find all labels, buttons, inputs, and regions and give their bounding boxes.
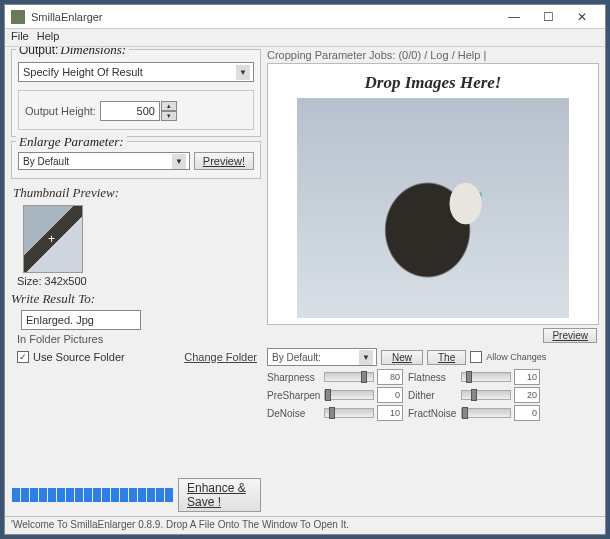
- dither-value[interactable]: 20: [514, 387, 540, 403]
- flatness-value[interactable]: 10: [514, 369, 540, 385]
- allow-changes-checkbox[interactable]: Allow Changes: [470, 351, 546, 363]
- enlarge-preset-select[interactable]: By Default: [18, 152, 190, 170]
- dither-slider[interactable]: [461, 390, 511, 400]
- new-button[interactable]: New: [381, 350, 423, 365]
- presharpen-value[interactable]: 0: [377, 387, 403, 403]
- write-title: Write Result To:: [11, 291, 261, 307]
- bottom-row: Enhance & Save !: [11, 478, 261, 512]
- checkbox-icon: [470, 351, 482, 363]
- menu-bar: FileHelp: [5, 29, 605, 47]
- flatness-label: Flatness: [408, 372, 458, 383]
- params-panel: By Default: New The Allow Changes Sharpn…: [267, 347, 599, 421]
- crosshair-icon: +: [48, 232, 55, 246]
- output-mode-select[interactable]: Specify Height Of Result: [18, 62, 254, 82]
- denoise-label: DeNoise: [267, 408, 321, 419]
- enlarge-group: Enlarge Parameter: By Default Preview!: [11, 141, 261, 179]
- sharpness-slider[interactable]: [324, 372, 374, 382]
- minimize-button[interactable]: —: [497, 6, 531, 28]
- close-button[interactable]: ✕: [565, 6, 599, 28]
- presharpen-label: PreSharpen: [267, 390, 321, 401]
- status-bar: 'Welcome To SmillaEnlarger 0.8.9. Drop A…: [5, 516, 605, 534]
- drop-title: Drop Images Here!: [365, 70, 502, 98]
- enlarge-title: Enlarge Parameter:: [16, 134, 127, 150]
- dither-label: Dither: [408, 390, 458, 401]
- menu-help[interactable]: Help: [37, 30, 60, 42]
- maximize-button[interactable]: ☐: [531, 6, 565, 28]
- thumbnail-size: Size: 342x500: [17, 275, 261, 287]
- preview-button[interactable]: Preview!: [194, 152, 254, 170]
- the-button[interactable]: The: [427, 350, 466, 365]
- output-height-sub: Output Height: 500 ▴▾: [18, 90, 254, 130]
- app-icon: [11, 10, 25, 24]
- denoise-value[interactable]: 10: [377, 405, 403, 421]
- thumbnail-title: Thumbnail Preview:: [13, 185, 261, 201]
- change-folder-link[interactable]: Change Folder: [184, 351, 257, 363]
- preview-image: [297, 98, 569, 318]
- menu-file[interactable]: File: [11, 30, 29, 42]
- output-height-label: Output Height:: [25, 105, 96, 117]
- output-group-title: Output:Dimensions:: [16, 47, 129, 58]
- right-preview-button[interactable]: Preview: [543, 328, 597, 343]
- sharpness-value[interactable]: 80: [377, 369, 403, 385]
- output-height-field[interactable]: 500 ▴▾: [100, 101, 160, 121]
- flatness-slider[interactable]: [461, 372, 511, 382]
- denoise-slider[interactable]: [324, 408, 374, 418]
- use-source-checkbox[interactable]: ✓ Use Source Folder: [17, 351, 125, 363]
- param-preset-select[interactable]: By Default:: [267, 348, 377, 366]
- fractnoise-value[interactable]: 0: [514, 405, 540, 421]
- app-window: SmillaEnlarger — ☐ ✕ FileHelp Output:Dim…: [4, 4, 606, 535]
- height-down-button[interactable]: ▾: [161, 111, 177, 121]
- sharpness-label: Sharpness: [267, 372, 321, 383]
- window-title: SmillaEnlarger: [31, 11, 103, 23]
- output-group: Output:Dimensions: Specify Height Of Res…: [11, 49, 261, 137]
- enhance-save-button[interactable]: Enhance & Save !: [178, 478, 261, 512]
- presharpen-slider[interactable]: [324, 390, 374, 400]
- thumbnail-image[interactable]: +: [23, 205, 83, 273]
- filename-input[interactable]: Enlarged. Jpg: [21, 310, 141, 330]
- output-height-value: 500: [137, 105, 155, 117]
- folder-text: In Folder Pictures: [17, 333, 261, 345]
- drop-zone[interactable]: Drop Images Here!: [267, 63, 599, 325]
- height-up-button[interactable]: ▴: [161, 101, 177, 111]
- write-section: Write Result To: Enlarged. Jpg In Folder…: [11, 291, 261, 369]
- progress-bar: [11, 486, 174, 504]
- checkbox-icon: ✓: [17, 351, 29, 363]
- fractnoise-label: FractNoise: [408, 408, 458, 419]
- tabs-row[interactable]: Cropping Parameter Jobs: (0/0) / Log / H…: [267, 49, 599, 61]
- title-bar[interactable]: SmillaEnlarger — ☐ ✕: [5, 5, 605, 29]
- thumbnail-section: Thumbnail Preview: + Size: 342x500: [13, 185, 261, 287]
- fractnoise-slider[interactable]: [461, 408, 511, 418]
